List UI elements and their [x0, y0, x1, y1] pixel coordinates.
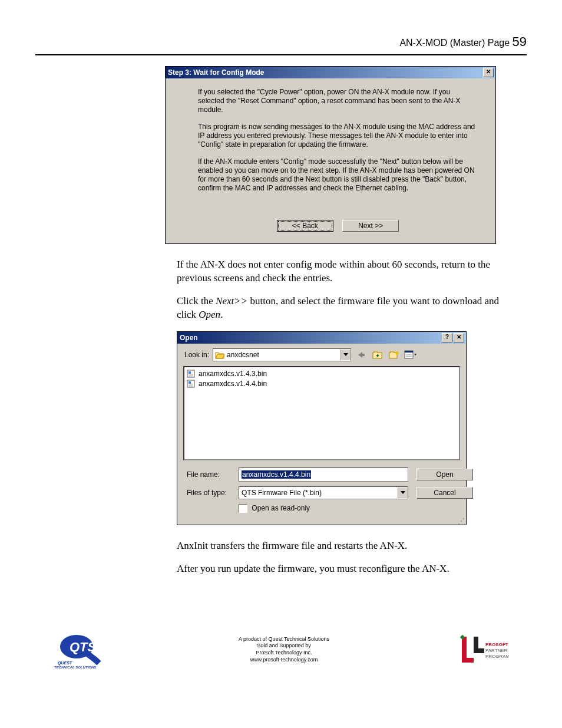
body-para-2: Click the Next>> button, and select the …: [177, 295, 521, 322]
open-dialog: Open ? ✕ Look in: anxdcsnet: [177, 331, 467, 525]
qts-logo: QTS QUEST TECHNICAL SOLUTIONS: [53, 629, 112, 670]
wizard-dialog: Step 3: Wait for Config Mode ✕ If you se…: [165, 66, 496, 244]
filename-value: anxamxdcs.v1.4.4.bin: [242, 470, 311, 479]
filetype-combo[interactable]: QTS Firmware File (*.bin): [239, 486, 408, 499]
back-arrow-icon[interactable]: [355, 349, 368, 361]
svg-rect-3: [405, 351, 413, 353]
doc-title: AN-X-MOD (Master) Page: [399, 38, 512, 48]
footer-line-3: ProSoft Technology Inc.: [112, 650, 456, 657]
footer-line-1: A product of Quest Technical Solutions: [112, 636, 456, 643]
open-title: Open: [180, 334, 198, 342]
svg-text:PROGRAM: PROGRAM: [485, 654, 509, 659]
lookin-combo[interactable]: anxdcsnet: [213, 348, 351, 361]
svg-rect-5: [189, 371, 191, 374]
body-para-3: AnxInit transfers the firmware file and …: [177, 539, 521, 553]
new-folder-icon[interactable]: [388, 349, 401, 361]
wizard-title: Step 3: Wait for Config Mode: [168, 68, 265, 77]
file-name-1: anxamxdcs.v1.4.3.bin: [199, 370, 267, 378]
filetype-label: Files of type:: [187, 489, 234, 497]
close-icon[interactable]: ✕: [454, 333, 464, 342]
lookin-label: Look in:: [184, 351, 209, 359]
up-folder-icon[interactable]: [371, 349, 384, 361]
prosoft-logo: PROSOFT PARTNER PROGRAM: [456, 633, 509, 666]
list-item[interactable]: anxamxdcs.v1.4.4.bin: [187, 379, 457, 389]
file-list[interactable]: anxamxdcs.v1.4.3.bin anxamxdcs.v1.4.4.bi…: [183, 366, 460, 460]
view-menu-icon[interactable]: [404, 349, 417, 361]
resize-grip-icon[interactable]: ⋰: [177, 519, 466, 525]
filename-label: File name:: [187, 470, 234, 479]
wizard-para-2: This program is now sending messages to …: [198, 123, 478, 149]
back-button[interactable]: << Back: [277, 220, 333, 232]
page-footer: QTS QUEST TECHNICAL SOLUTIONS A product …: [35, 629, 527, 670]
svg-text:QTS: QTS: [70, 640, 97, 654]
svg-text:TECHNICAL SOLUTIONS: TECHNICAL SOLUTIONS: [54, 666, 96, 669]
open-titlebar: Open ? ✕: [177, 332, 466, 344]
readonly-checkbox[interactable]: [239, 504, 247, 513]
next-button[interactable]: Next >>: [342, 220, 399, 232]
chevron-down-icon[interactable]: [340, 350, 351, 360]
filename-input[interactable]: anxamxdcs.v1.4.4.bin: [239, 467, 408, 482]
svg-text:QUEST: QUEST: [58, 661, 72, 666]
body-para-4: After you run update the firmware, you m…: [177, 562, 521, 576]
svg-rect-7: [189, 381, 191, 384]
wizard-titlebar: Step 3: Wait for Config Mode ✕: [166, 67, 495, 78]
svg-text:PARTNER: PARTNER: [485, 648, 508, 653]
page-number: 59: [513, 34, 527, 49]
page-header: AN-X-MOD (Master) Page 59: [35, 34, 527, 50]
file-name-2: anxamxdcs.v1.4.4.bin: [199, 380, 267, 388]
chevron-down-icon[interactable]: [398, 487, 408, 498]
body-para-1: If the AN-X does not enter config mode w…: [177, 258, 521, 285]
wizard-para-1: If you selected the "Cycle Power" option…: [198, 88, 478, 114]
readonly-row[interactable]: Open as read-only: [239, 504, 408, 513]
file-icon: [187, 380, 196, 388]
lookin-value: anxdcsnet: [227, 351, 259, 359]
file-icon: [187, 370, 196, 378]
list-item[interactable]: anxamxdcs.v1.4.3.bin: [187, 369, 457, 379]
close-icon[interactable]: ✕: [483, 68, 494, 77]
footer-line-2: Sold and Supported by: [112, 643, 456, 650]
folder-open-icon: [215, 351, 224, 359]
help-icon[interactable]: ?: [442, 333, 452, 342]
footer-line-4: www.prosoft-technology.com: [112, 657, 456, 664]
wizard-para-3: If the AN-X module enters "Config" mode …: [198, 157, 478, 193]
open-button[interactable]: Open: [416, 469, 473, 480]
cancel-button[interactable]: Cancel: [416, 487, 473, 499]
svg-text:PROSOFT: PROSOFT: [485, 642, 508, 647]
filetype-value: QTS Firmware File (*.bin): [242, 489, 322, 497]
readonly-label: Open as read-only: [252, 504, 310, 512]
header-rule: [35, 54, 527, 55]
